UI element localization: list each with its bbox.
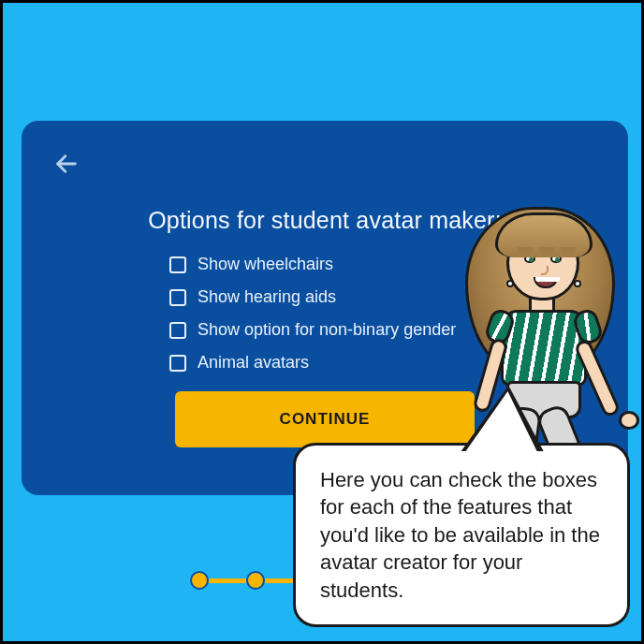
progress-line-icon — [209, 578, 246, 583]
option-label: Show hearing aids — [198, 287, 336, 307]
progress-dot-icon — [246, 571, 265, 590]
option-label: Animal avatars — [198, 353, 309, 373]
option-label: Show option for non-binary gender — [198, 320, 456, 340]
option-label: Show wheelchairs — [198, 255, 333, 274]
help-speech-bubble: Here you can check the boxes for each of… — [293, 443, 630, 627]
checkbox-icon[interactable] — [169, 322, 186, 339]
continue-button[interactable]: CONTINUE — [175, 391, 475, 447]
back-arrow-icon[interactable] — [53, 151, 80, 177]
progress-dot-icon — [190, 571, 209, 590]
help-text: Here you can check the boxes for each of… — [320, 468, 600, 602]
checkbox-icon[interactable] — [169, 355, 186, 372]
progress-indicator — [190, 571, 302, 590]
checkbox-icon[interactable] — [169, 256, 186, 273]
checkbox-icon[interactable] — [169, 289, 186, 306]
